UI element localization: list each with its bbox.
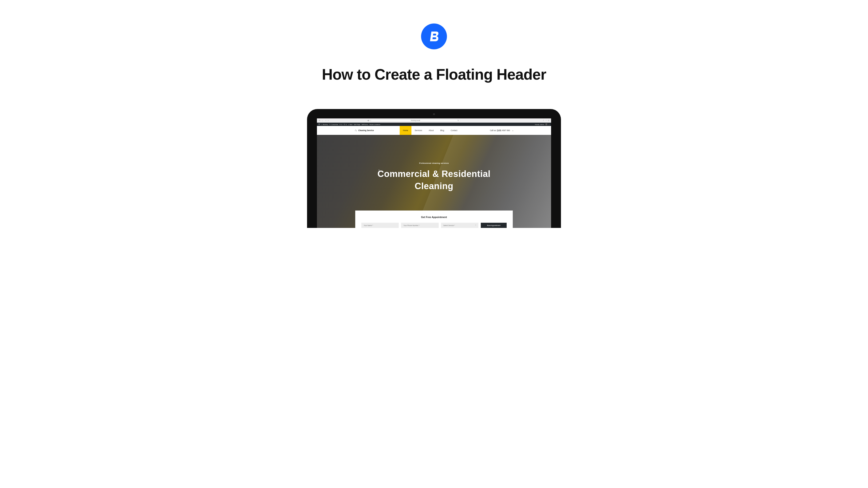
- wp-howdy[interactable]: Howdy, admin: [535, 124, 544, 125]
- search-icon[interactable]: ⌕: [512, 129, 514, 132]
- forward-button[interactable]: >: [328, 120, 329, 121]
- site-header: Cleaning Service Home Services About Blo…: [317, 126, 551, 135]
- updates-icon: ⟳: [340, 124, 341, 125]
- wordpress-icon[interactable]: ⓦ: [318, 123, 320, 126]
- wp-updates-count: 0: [341, 124, 342, 125]
- brush-icon: ✎: [330, 124, 331, 125]
- wp-edit-page-link[interactable]: Edit Page: [354, 124, 360, 125]
- nav-home[interactable]: Home: [400, 126, 411, 135]
- nav-about[interactable]: About: [425, 126, 437, 135]
- site-name: Cleaning Service: [358, 129, 374, 132]
- call-label: Call us:: [490, 129, 497, 132]
- url-text: blocksy.local: [411, 120, 420, 121]
- hero-line-2: Cleaning: [415, 181, 453, 191]
- form-title: Get Free Appointment: [361, 216, 507, 219]
- blocksy-logo-icon: [428, 30, 440, 42]
- wp-site-name: Blocksy: [323, 124, 328, 125]
- wp-admin-bar: ⓦ ⌂ Blocksy ✎ Customize ⟳ 0 🗨 0 + New Ed…: [317, 123, 551, 126]
- hero-line-1: Commercial & Residential: [378, 169, 491, 179]
- primary-nav: Home Services About Blog Contact: [400, 126, 461, 135]
- privacy-shield-icon[interactable]: ◐: [368, 120, 369, 122]
- form-row: Your Name * Your Phone Number * Select S…: [361, 223, 507, 228]
- tabs-icon[interactable]: ⧉: [548, 120, 549, 122]
- camera-dot: [433, 113, 435, 115]
- wp-comments[interactable]: 🗨 0: [344, 124, 346, 125]
- wp-customize-label: Customize: [331, 124, 338, 125]
- wp-site-menu[interactable]: ⌂ Blocksy: [321, 124, 328, 125]
- hero-heading: Commercial & Residential Cleaning: [378, 168, 491, 192]
- comment-icon: 🗨: [344, 124, 345, 125]
- hero-eyebrow: Professional cleaning services: [419, 162, 449, 164]
- blocksy-logo: [421, 24, 447, 50]
- browser-toolbar: ⧉ ⌄ < > ◐ blocksy.local ↻ ⇪ + ⧉: [317, 119, 551, 123]
- reload-icon[interactable]: ↻: [458, 120, 459, 122]
- nav-blog[interactable]: Blog: [437, 126, 447, 135]
- wp-hooks-link[interactable]: Hooks Locations: [370, 124, 380, 125]
- wp-new-label: New: [350, 124, 352, 125]
- service-select[interactable]: Select Service *: [441, 223, 478, 228]
- nav-services[interactable]: Services: [411, 126, 425, 135]
- call-rest: ) 4567 890: [501, 129, 510, 132]
- phone-input[interactable]: Your Phone Number *: [401, 223, 438, 228]
- sparkle-icon: [354, 129, 357, 132]
- monitor-frame: ⧉ ⌄ < > ◐ blocksy.local ↻ ⇪ + ⧉ ⓦ ⌂ Bloc…: [307, 109, 561, 228]
- header-right: Call us: (123) 4567 890 ⌕: [490, 129, 551, 132]
- sidebar-toggle-icon[interactable]: ⧉: [319, 119, 320, 122]
- wp-wpforms-link[interactable]: WPForms: [362, 124, 368, 125]
- wp-customize-link[interactable]: ✎ Customize: [330, 124, 338, 125]
- hero-section: Professional cleaning services Commercia…: [317, 135, 551, 228]
- svg-point-1: [355, 130, 355, 131]
- wp-avatar[interactable]: [546, 123, 547, 125]
- nav-contact[interactable]: Contact: [447, 126, 461, 135]
- dropdown-icon[interactable]: ⌄: [322, 120, 323, 122]
- call-prefix: (123: [497, 129, 500, 132]
- header-phone[interactable]: Call us: (123) 4567 890: [490, 129, 510, 132]
- book-appointment-button[interactable]: Book Appointment: [481, 223, 507, 228]
- url-bar[interactable]: ◐ blocksy.local ↻: [371, 119, 460, 122]
- svg-point-0: [355, 130, 356, 130]
- wp-search-icon[interactable]: ⌕: [549, 124, 550, 125]
- svg-point-2: [356, 131, 356, 131]
- page-title: How to Create a Floating Header: [322, 66, 546, 83]
- share-icon[interactable]: ⇪: [543, 120, 544, 122]
- new-tab-icon[interactable]: +: [546, 120, 547, 122]
- name-input[interactable]: Your Name *: [361, 223, 399, 228]
- back-button[interactable]: <: [326, 120, 326, 121]
- screen: ⧉ ⌄ < > ◐ blocksy.local ↻ ⇪ + ⧉ ⓦ ⌂ Bloc…: [317, 119, 551, 228]
- home-icon: ⌂: [321, 124, 322, 125]
- plus-icon: +: [348, 124, 349, 125]
- wp-updates[interactable]: ⟳ 0: [340, 124, 342, 125]
- wp-new-menu[interactable]: + New: [348, 124, 352, 125]
- site-logo[interactable]: Cleaning Service: [354, 129, 374, 132]
- wp-comments-count: 0: [346, 124, 346, 125]
- appointment-form: Get Free Appointment Your Name * Your Ph…: [355, 210, 513, 228]
